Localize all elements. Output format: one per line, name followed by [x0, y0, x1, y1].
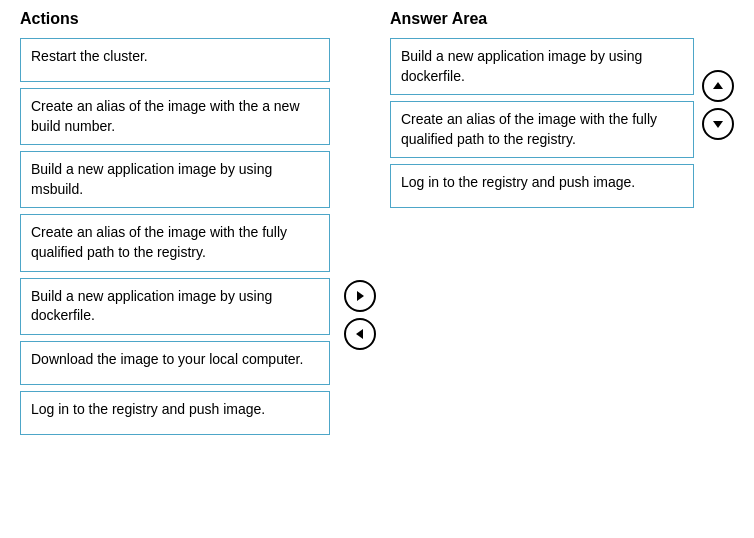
- action-item-4[interactable]: Build a new application image by using d…: [20, 278, 330, 335]
- move-left-button[interactable]: [344, 318, 376, 350]
- action-item-2[interactable]: Build a new application image by using m…: [20, 151, 330, 208]
- answer-item-0[interactable]: Build a new application image by using d…: [390, 38, 694, 95]
- action-item-0[interactable]: Restart the cluster.: [20, 38, 330, 82]
- move-right-button[interactable]: [344, 280, 376, 312]
- chevron-up-icon: [710, 78, 726, 94]
- chevron-right-icon: [352, 288, 368, 304]
- actions-column: Actions Restart the cluster. Create an a…: [20, 10, 330, 441]
- actions-title: Actions: [20, 10, 330, 28]
- move-up-button[interactable]: [702, 70, 734, 102]
- chevron-down-icon: [710, 116, 726, 132]
- move-down-button[interactable]: [702, 108, 734, 140]
- answer-column: Answer Area Build a new application imag…: [390, 10, 694, 441]
- action-item-1[interactable]: Create an alias of the image with the a …: [20, 88, 330, 145]
- svg-marker-4: [713, 121, 723, 128]
- action-item-3[interactable]: Create an alias of the image with the fu…: [20, 214, 330, 271]
- main-layout: Actions Restart the cluster. Create an a…: [20, 10, 734, 441]
- svg-marker-2: [356, 329, 363, 339]
- answer-item-1[interactable]: Create an alias of the image with the fu…: [390, 101, 694, 158]
- chevron-left-icon: [352, 326, 368, 342]
- svg-marker-1: [357, 291, 364, 301]
- answer-item-2[interactable]: Log in to the registry and push image.: [390, 164, 694, 208]
- answer-area-row: Answer Area Build a new application imag…: [390, 10, 734, 441]
- action-item-5[interactable]: Download the image to your local compute…: [20, 341, 330, 385]
- answer-right-controls: [694, 10, 734, 441]
- answer-area-title: Answer Area: [390, 10, 694, 28]
- middle-controls: [330, 10, 390, 441]
- action-item-6[interactable]: Log in to the registry and push image.: [20, 391, 330, 435]
- svg-marker-3: [713, 82, 723, 89]
